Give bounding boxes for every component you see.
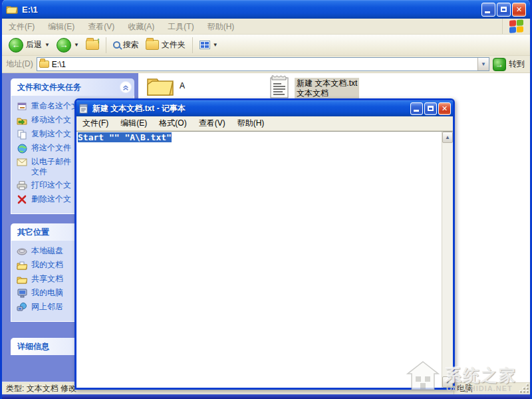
forward-icon: → xyxy=(57,38,71,53)
task-label: 以电子邮件文件 xyxy=(31,157,71,177)
network-icon xyxy=(17,302,27,313)
notepad-menu-file[interactable]: 文件(F) xyxy=(76,116,114,131)
place-label: 网上邻居 xyxy=(31,302,63,312)
up-icon: ↑ xyxy=(86,40,99,50)
folder-label: A xyxy=(180,81,185,90)
notepad-icon xyxy=(78,104,88,114)
windows-logo xyxy=(502,19,530,34)
minimize-button[interactable] xyxy=(481,3,495,17)
back-label: 后退 xyxy=(26,39,42,51)
notepad-menu-edit[interactable]: 编辑(E) xyxy=(114,116,153,131)
menu-help[interactable]: 帮助(H) xyxy=(201,19,241,34)
place-label: 我的文档 xyxy=(31,260,63,270)
back-dropdown-icon: ▼ xyxy=(45,42,50,48)
minimize-button[interactable] xyxy=(410,102,423,115)
menu-tools[interactable]: 工具(T) xyxy=(161,19,200,34)
notepad-text-area[interactable]: Start "" "A\B.txt" xyxy=(76,132,442,388)
folders-label: 文件夹 xyxy=(162,39,186,51)
notepad-menu-format[interactable]: 格式(O) xyxy=(153,116,192,131)
file-tasks-title: 文件和文件夹任务 xyxy=(17,82,81,93)
views-dropdown-icon: ▼ xyxy=(213,42,218,48)
notepad-menu-view[interactable]: 查看(V) xyxy=(193,116,231,131)
notepad-scrollbar[interactable]: ▲ ▼ xyxy=(442,132,453,388)
file-tile-txt[interactable]: 新建 文本文档.txt 文本文档 xyxy=(269,75,359,99)
task-label: 将这个文件 xyxy=(31,143,71,153)
email-icon xyxy=(17,157,27,168)
details-title: 详细信息 xyxy=(17,341,49,352)
address-dropdown-button[interactable]: ▼ xyxy=(477,58,489,70)
back-button[interactable]: ← 后退 ▼ xyxy=(6,37,53,54)
folder-tile-A[interactable]: A xyxy=(146,75,185,96)
place-label: 我的电脑 xyxy=(31,288,63,298)
status-left-text: 类型: 文本文档 修改 xyxy=(6,383,76,394)
menu-view[interactable]: 查看(V) xyxy=(81,19,121,34)
place-label: 本地磁盘 xyxy=(31,246,63,256)
address-label: 地址(D) xyxy=(6,59,33,70)
views-icon xyxy=(200,41,210,49)
delete-icon xyxy=(17,194,27,205)
printer-icon xyxy=(17,180,27,191)
notepad-menu-help[interactable]: 帮助(H) xyxy=(231,116,271,131)
place-label: 共享文档 xyxy=(31,274,63,284)
selected-text: Start "" "A\B.txt" xyxy=(78,132,172,142)
window-title: E:\1 xyxy=(22,5,38,15)
notepad-body: Start "" "A\B.txt" ▲ ▼ xyxy=(76,131,453,388)
address-value: E:\1 xyxy=(52,60,66,69)
go-button[interactable]: → 转到 xyxy=(493,58,526,71)
explorer-menubar: 文件(F) 编辑(E) 查看(V) 收藏(A) 工具(T) 帮助(H) xyxy=(2,19,530,35)
shared-folder-icon xyxy=(17,274,27,285)
notepad-menubar: 文件(F) 编辑(E) 格式(O) 查看(V) 帮助(H) xyxy=(76,116,453,131)
folders-icon xyxy=(146,40,159,50)
chevron-up-icon[interactable] xyxy=(120,81,132,93)
rename-icon xyxy=(17,101,27,112)
search-icon xyxy=(113,41,120,49)
forward-dropdown-icon: ▼ xyxy=(74,42,79,48)
close-button[interactable]: ✕ xyxy=(512,3,526,17)
search-label: 搜索 xyxy=(123,39,139,51)
status-right-text: 电脑 xyxy=(454,382,473,394)
file-type: 文本文档 xyxy=(297,88,329,98)
views-button[interactable]: ▼ xyxy=(197,39,221,51)
other-places-title: 其它位置 xyxy=(17,227,49,238)
resize-grip[interactable] xyxy=(521,385,529,393)
disk-icon xyxy=(17,246,27,257)
folder-icon xyxy=(6,5,18,14)
maximize-button[interactable] xyxy=(424,102,437,115)
folder-icon xyxy=(146,75,174,96)
maximize-button[interactable] xyxy=(497,3,511,17)
notepad-titlebar[interactable]: 新建 文本文档.txt - 记事本 ✕ xyxy=(76,100,453,116)
window-bottom-border xyxy=(2,394,530,399)
toolbar-separator xyxy=(192,37,193,53)
task-label: 打印这个文 xyxy=(31,180,71,190)
go-label: 转到 xyxy=(509,59,525,70)
back-icon: ← xyxy=(9,38,23,53)
my-computer-icon xyxy=(17,288,27,299)
task-label: 移动这个文 xyxy=(31,115,71,125)
explorer-titlebar[interactable]: E:\1 ✕ xyxy=(2,0,530,19)
scroll-down-icon[interactable]: ▼ xyxy=(442,376,453,388)
file-meta: 新建 文本文档.txt 文本文档 xyxy=(295,78,359,99)
explorer-addressbar: 地址(D) E:\1 ▼ → 转到 xyxy=(2,56,530,73)
task-label: 复制这个文 xyxy=(31,129,71,139)
close-button[interactable]: ✕ xyxy=(438,102,451,115)
file-tasks-header[interactable]: 文件和文件夹任务 xyxy=(11,78,134,96)
windows-flag-icon xyxy=(509,19,524,34)
notepad-window: 新建 文本文档.txt - 记事本 ✕ 文件(F) 编辑(E) 格式(O) 查看… xyxy=(74,98,455,390)
address-folder-icon xyxy=(39,61,49,68)
menu-favorites[interactable]: 收藏(A) xyxy=(121,19,161,34)
publish-web-icon xyxy=(17,143,27,154)
copy-icon xyxy=(17,129,27,140)
up-button[interactable]: ↑ xyxy=(83,39,102,51)
folders-button[interactable]: 文件夹 xyxy=(143,38,188,52)
search-button[interactable]: 搜索 xyxy=(110,38,142,52)
menu-file[interactable]: 文件(F) xyxy=(2,19,41,34)
file-name: 新建 文本文档.txt xyxy=(297,78,357,88)
menu-edit[interactable]: 编辑(E) xyxy=(41,19,81,34)
notepad-title: 新建 文本文档.txt - 记事本 xyxy=(92,103,186,114)
forward-button[interactable]: → ▼ xyxy=(54,37,82,54)
scroll-up-icon[interactable]: ▲ xyxy=(442,132,453,143)
task-label: 重命名这个文 xyxy=(31,101,79,111)
task-label: 删除这个文 xyxy=(31,194,71,204)
my-documents-icon xyxy=(17,260,27,271)
address-input[interactable]: E:\1 ▼ xyxy=(37,57,489,71)
